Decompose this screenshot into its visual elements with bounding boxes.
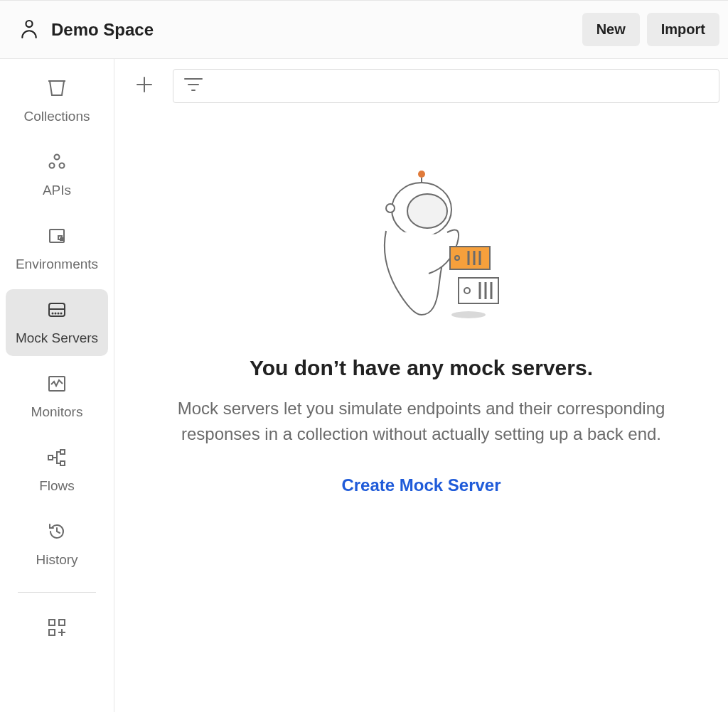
sidebar-item-mock-servers[interactable]: Mock Servers — [6, 289, 108, 356]
flows-icon — [46, 447, 68, 468]
empty-state-description: Mock servers let you simulate endpoints … — [148, 396, 695, 447]
sidebar-item-monitors[interactable]: Monitors — [6, 363, 108, 430]
user-icon[interactable] — [20, 18, 38, 41]
svg-point-32 — [386, 204, 395, 212]
sidebar-item-apis[interactable]: APIs — [6, 141, 108, 208]
svg-point-28 — [418, 171, 425, 178]
svg-point-3 — [50, 163, 55, 168]
sidebar-item-environments[interactable]: Environments — [6, 215, 108, 282]
mock-servers-icon — [46, 299, 68, 320]
svg-rect-20 — [49, 630, 55, 635]
svg-point-43 — [451, 311, 486, 318]
empty-state-illustration — [343, 167, 500, 323]
sidebar-item-label: APIs — [43, 183, 71, 198]
svg-rect-19 — [59, 620, 65, 625]
apis-icon — [46, 151, 68, 173]
plus-icon — [135, 75, 154, 97]
sidebar-item-label: Monitors — [31, 404, 83, 420]
svg-rect-16 — [60, 450, 65, 454]
empty-state-title: You don’t have any mock servers. — [250, 356, 593, 380]
svg-point-31 — [407, 194, 447, 228]
create-mock-server-link[interactable]: Create Mock Server — [341, 475, 500, 495]
header-right: New Import — [582, 13, 719, 46]
svg-point-4 — [60, 163, 65, 168]
sidebar-item-label: Collections — [24, 109, 90, 124]
sidebar-item-label: History — [36, 552, 77, 568]
filter-icon — [183, 76, 203, 96]
history-icon — [46, 521, 68, 542]
sidebar-item-label: Environments — [16, 257, 98, 272]
svg-rect-7 — [60, 238, 63, 240]
empty-state: You don’t have any mock servers. Mock se… — [114, 103, 728, 712]
sidebar-divider — [18, 592, 96, 593]
sidebar-item-label: Mock Servers — [16, 330, 98, 346]
svg-rect-18 — [49, 620, 55, 625]
app-body: Collections APIs Environments — [0, 59, 728, 712]
toolbar — [114, 59, 728, 103]
svg-point-0 — [26, 21, 32, 27]
create-new-button[interactable] — [132, 73, 157, 99]
svg-rect-33 — [450, 247, 490, 269]
grid-add-icon — [46, 617, 68, 641]
header-left: Demo Space — [20, 18, 154, 41]
svg-rect-15 — [48, 455, 53, 460]
sidebar-configure-button[interactable] — [6, 610, 108, 648]
collections-icon — [46, 77, 68, 99]
svg-point-2 — [55, 155, 60, 160]
filter-bar[interactable] — [173, 69, 719, 103]
main-panel: You don’t have any mock servers. Mock se… — [114, 59, 728, 712]
svg-rect-17 — [60, 461, 65, 465]
monitors-icon — [46, 373, 68, 394]
filter-input[interactable] — [212, 79, 709, 94]
workspace-title[interactable]: Demo Space — [51, 20, 154, 40]
environments-icon — [46, 225, 68, 247]
sidebar-item-collections[interactable]: Collections — [6, 68, 108, 134]
sidebar-item-label: Flows — [39, 478, 75, 494]
import-button[interactable]: Import — [647, 13, 719, 46]
new-button[interactable]: New — [582, 13, 640, 46]
sidebar: Collections APIs Environments — [0, 59, 114, 712]
app-header: Demo Space New Import — [0, 0, 728, 59]
sidebar-item-history[interactable]: History — [6, 511, 108, 578]
sidebar-item-flows[interactable]: Flows — [6, 437, 108, 504]
